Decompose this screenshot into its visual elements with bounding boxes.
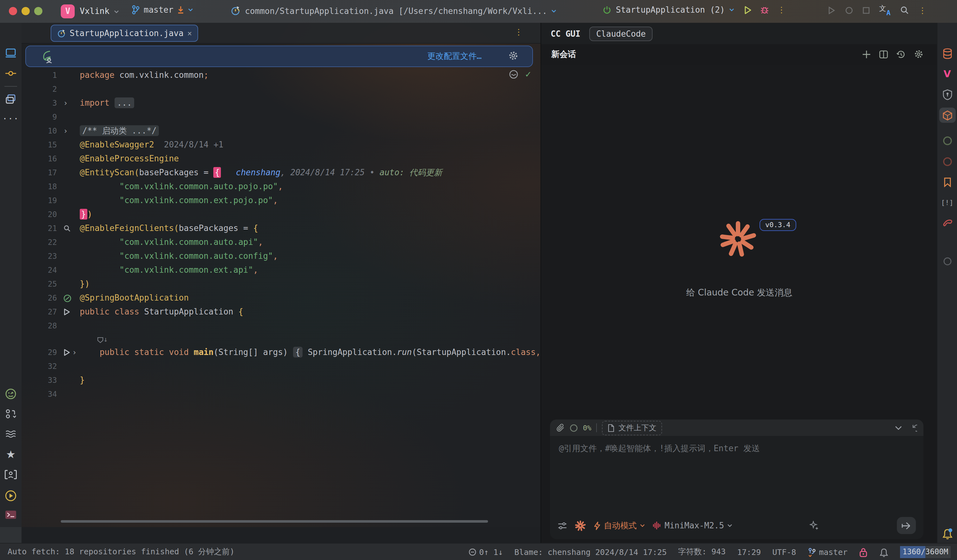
favorites-tool-window-button[interactable]: ★ (6, 448, 16, 461)
muted-red-circle-tool-button[interactable] (943, 157, 952, 166)
search-everywhere-button[interactable] (900, 6, 909, 14)
git-branch-widget[interactable]: master (132, 5, 193, 14)
project-logo[interactable]: V (61, 5, 75, 18)
code-line[interactable]: 28 (22, 319, 540, 333)
gutter-icon[interactable]: › (57, 124, 80, 138)
encoding-widget[interactable]: UTF-8 (772, 547, 796, 557)
tab-startupapplication[interactable]: StartupApplication.java × (51, 25, 198, 42)
database-tool-window-button[interactable] (943, 48, 952, 60)
structure-tool-window-button[interactable] (5, 94, 16, 104)
code-line[interactable]: 9 (22, 110, 540, 124)
code-line[interactable]: 1package com.vxlink.common; (22, 68, 540, 82)
send-button[interactable] (897, 517, 916, 534)
code-line[interactable]: 17@EntityScan(basePackages = { chenshang… (22, 166, 540, 180)
notifications-bell-icon[interactable] (879, 547, 889, 557)
code-line[interactable]: 24 "com.vxlink.common.ext.api", (22, 263, 540, 277)
code-line[interactable]: 25}) (22, 277, 540, 291)
code-line[interactable]: 23 "com.vxlink.common.auto.config", (22, 249, 540, 263)
gutter-icon[interactable]: › (57, 345, 80, 360)
gutter-icon[interactable] (57, 305, 80, 319)
gutter-icon[interactable]: › (57, 96, 80, 110)
change-profile-link[interactable]: 更改配置文件… (427, 50, 482, 62)
code-line[interactable]: 3›import ... (22, 96, 540, 110)
file-context-chip[interactable]: 文件上下文 (602, 421, 662, 435)
horizontal-scrollbar[interactable] (61, 520, 488, 523)
file-breadcrumb-widget[interactable]: common/StartupApplication.java [/Users/c… (231, 6, 557, 16)
gauge-tool-window-button[interactable] (5, 388, 17, 400)
code-line[interactable]: 32 (22, 360, 540, 373)
code-line[interactable]: 10›/** 启动类 ...*/ (22, 124, 540, 138)
todo-tool-window-button[interactable]: [!] (941, 199, 954, 207)
notification-bell-icon[interactable] (941, 528, 953, 540)
collapse-chevron-icon[interactable] (895, 426, 902, 430)
claudecode-tab-button[interactable]: ClaudeCode (589, 26, 653, 41)
gradle-tool-window-button[interactable] (942, 218, 952, 228)
code-line[interactable]: 29› public static void main(String[] arg… (22, 345, 540, 360)
run-button[interactable] (744, 5, 752, 14)
branch-widget[interactable]: master (808, 547, 848, 557)
settings-gear-icon[interactable] (914, 49, 924, 59)
run-more-options-button[interactable]: ⋮ (777, 6, 785, 14)
code-line[interactable]: 33} (22, 373, 540, 387)
tab-close-icon[interactable]: × (187, 29, 192, 38)
gutter-icon[interactable] (57, 291, 80, 305)
profiler-button-disabled[interactable] (845, 6, 853, 14)
memory-indicator[interactable]: 1360/3600M (900, 546, 951, 558)
code-line[interactable]: 16@EnableProcessEngine (22, 152, 540, 166)
debug-button[interactable] (760, 5, 769, 14)
sliders-icon[interactable] (557, 521, 567, 530)
commit-counters[interactable]: 0↑ 1↓ (468, 547, 503, 557)
claude-star-icon[interactable] (575, 520, 586, 531)
zoom-window-button[interactable] (34, 7, 43, 15)
code-line[interactable]: 22 "com.vxlink.common.auto.api", (22, 235, 540, 249)
code-line[interactable]: 15@EnableSwagger2 2024/8/14 +1 (22, 138, 540, 152)
message-input[interactable]: @引用文件，#唤起智能体，!插入提示词，Enter 发送 (550, 436, 924, 461)
terminal-tool-window-button[interactable] (5, 510, 17, 519)
reset-undo-icon[interactable] (908, 424, 917, 432)
stop-button-disabled[interactable] (863, 7, 870, 14)
code-line[interactable]: 27public class StartupApplication { (22, 305, 540, 319)
claude-code-tool-window-button[interactable] (942, 110, 952, 121)
code-line[interactable]: 19 "com.vxlink.common.ext.pojo.po", (22, 194, 540, 208)
code-line[interactable]: 26@SpringBootApplication (22, 291, 540, 305)
rerun-button-disabled[interactable] (828, 6, 835, 14)
new-session-plus-icon[interactable] (862, 50, 871, 58)
muted-circle-tool-button[interactable] (943, 136, 952, 145)
code-line[interactable]: 2 (22, 82, 540, 96)
code-editor[interactable]: 1package com.vxlink.common;23›import ...… (22, 68, 540, 401)
lock-icon[interactable] (859, 547, 868, 557)
gutter-icon[interactable] (57, 221, 80, 235)
mode-selector[interactable]: 自动模式 (594, 520, 645, 531)
model-selector[interactable]: MiniMax-M2.5 (652, 521, 732, 530)
bookmark-flag-tool-button[interactable] (943, 177, 951, 187)
history-icon[interactable] (896, 50, 906, 58)
project-selector[interactable]: Vxlink (80, 6, 109, 16)
code-line[interactable]: 34 (22, 387, 540, 401)
close-window-button[interactable] (9, 7, 17, 15)
inline-hint-row[interactable]: ↓ (22, 333, 540, 345)
banner-gear-icon[interactable] (508, 50, 518, 61)
attachment-paperclip-icon[interactable] (556, 423, 565, 432)
gutter-icon (57, 194, 80, 208)
run-tool-window-button[interactable] (5, 490, 17, 502)
more-tool-windows-button[interactable]: ··· (3, 114, 19, 123)
split-view-icon[interactable] (879, 50, 888, 58)
shield-tool-window-button[interactable] (943, 89, 952, 100)
translate-icon[interactable]: 文 A (879, 5, 891, 15)
pull-requests-tool-window-button[interactable] (5, 409, 16, 419)
faint-circle-tool-button[interactable] (943, 257, 952, 266)
main-menu-kebab-button[interactable]: ⋮ (918, 6, 927, 14)
commit-tool-window-button[interactable] (5, 69, 16, 77)
streams-tool-window-button[interactable] (5, 430, 17, 438)
editor-options-kebab-button[interactable]: ⋮ (515, 28, 523, 36)
run-configuration-selector[interactable]: StartupApplication (2) (616, 5, 725, 14)
minimize-window-button[interactable] (22, 7, 30, 15)
blame-widget[interactable]: Blame: chenshang 2024/8/14 17:25 (514, 547, 667, 557)
code-line[interactable]: 21@EnableFeignClients(basePackages = { (22, 221, 540, 235)
project-tool-window-button[interactable] (5, 48, 16, 58)
vxlink-plugin-button[interactable]: V (943, 68, 951, 80)
ai-assistant-tool-window-button[interactable] (5, 470, 17, 480)
code-line[interactable]: 18 "com.vxlink.common.auto.pojo.po", (22, 180, 540, 194)
enhance-sparkle-icon[interactable] (810, 521, 820, 530)
code-line[interactable]: 20}) (22, 208, 540, 221)
